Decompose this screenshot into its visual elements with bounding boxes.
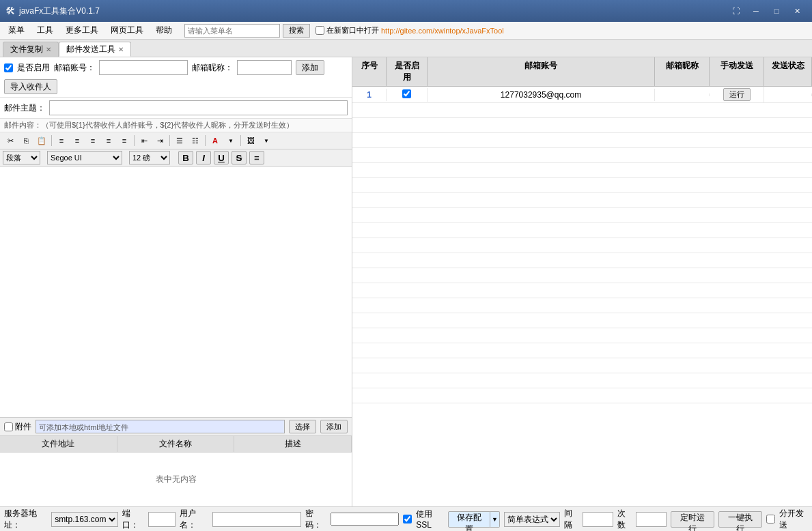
search-area: 搜索 xyxy=(184,24,310,38)
attachment-checkbox[interactable] xyxy=(4,422,13,431)
username-input[interactable]: xwintop@163.com xyxy=(212,512,301,527)
image-arrow[interactable]: ▼ xyxy=(259,134,274,147)
align-justify-button[interactable]: ≡ xyxy=(101,134,116,147)
count-input[interactable]: -1 xyxy=(636,512,667,527)
outdent-button[interactable]: ⇤ xyxy=(137,134,152,147)
sep2 xyxy=(134,135,135,146)
recipient-row-empty-5 xyxy=(352,163,812,178)
close-button[interactable]: ✕ xyxy=(787,3,807,18)
enable-checkbox[interactable] xyxy=(4,63,13,72)
menu-item-web-tools[interactable]: 网页工具 xyxy=(105,23,149,38)
tab-file-copy-close[interactable]: ✕ xyxy=(46,46,51,53)
rh-nickname: 邮箱昵称 xyxy=(655,57,710,86)
tab-file-copy-label: 文件复制 xyxy=(10,44,43,55)
font-size-select[interactable]: 12 磅 xyxy=(129,151,170,164)
image-button[interactable]: 🖼 xyxy=(243,134,258,147)
attachment-path-display: 可添加本地或html地址文件 xyxy=(36,420,285,433)
underline-button[interactable]: U xyxy=(214,151,229,164)
email-body-editor[interactable] xyxy=(0,167,352,417)
font-row: 段落 Segoe UI 12 磅 B I U S ≡ xyxy=(0,149,352,167)
recipient-enable-checkbox-1[interactable] xyxy=(402,89,411,98)
split-send-checkbox[interactable] xyxy=(766,515,775,523)
enable-label: 是否启用 xyxy=(17,62,50,74)
bottom-bar: 服务器地址： smtp.163.com 端口： 21 用户名： xwintop@… xyxy=(0,506,812,531)
copy-button[interactable]: ⎘ xyxy=(18,134,33,147)
new-window-checkbox[interactable] xyxy=(316,26,324,35)
menu-item-help[interactable]: 帮助 xyxy=(150,23,178,38)
recipient-row-empty-16 xyxy=(352,328,812,343)
subject-row: 邮件主题： Test Email xyxy=(0,98,352,119)
count-label: 次数 xyxy=(617,508,632,531)
mode-select[interactable]: 简单表达式 xyxy=(504,512,560,527)
search-button[interactable]: 搜索 xyxy=(283,24,310,38)
tab-email-tool[interactable]: 邮件发送工具 ✕ xyxy=(59,42,131,57)
username-label: 用户名： xyxy=(180,508,208,531)
nickname-input[interactable] xyxy=(237,60,292,75)
italic-button[interactable]: I xyxy=(196,151,211,164)
font-family-select[interactable]: Segoe UI xyxy=(47,151,122,164)
password-input[interactable] xyxy=(331,513,399,526)
attachment-add-button[interactable]: 添加 xyxy=(320,420,348,433)
format-extra-button[interactable]: ≡ xyxy=(249,151,264,164)
import-recipients-button[interactable]: 导入收件人 xyxy=(4,79,57,94)
save-dropdown-arrow[interactable]: ▼ xyxy=(490,511,499,528)
rt-status-1 xyxy=(764,94,812,96)
server-label: 服务器地址： xyxy=(4,508,47,531)
email-account-input[interactable]: xwintop@163.com xyxy=(99,60,188,75)
attachment-table-header: 文件地址 文件名称 描述 xyxy=(0,435,352,452)
att-col-name: 文件名称 xyxy=(117,436,235,452)
ssl-checkbox[interactable] xyxy=(403,515,412,523)
add-account-button[interactable]: 添加 xyxy=(296,60,324,75)
minimize-button[interactable]: ─ xyxy=(746,3,766,18)
split-send-label: 分开发送 xyxy=(779,508,808,531)
align-right-button[interactable]: ≡ xyxy=(85,134,100,147)
maximize-button[interactable]: □ xyxy=(767,3,786,18)
cut-button[interactable]: ✂ xyxy=(3,134,18,147)
sep5 xyxy=(240,135,241,146)
rh-email: 邮箱账号 xyxy=(428,57,655,86)
search-input[interactable] xyxy=(184,24,280,38)
strikethrough-button[interactable]: S xyxy=(232,151,247,164)
align-extra-button[interactable]: ≡ xyxy=(117,134,132,147)
attachment-select-button[interactable]: 选择 xyxy=(289,420,316,433)
rh-send-status: 发送状态 xyxy=(764,57,812,86)
rh-seq: 序号 xyxy=(352,57,387,86)
font-color-arrow[interactable]: ▼ xyxy=(223,134,238,147)
main-content: 是否启用 邮箱账号： xwintop@163.com 邮箱昵称： 添加 导入收件… xyxy=(0,57,812,506)
bold-button[interactable]: B xyxy=(178,151,193,164)
save-config-button[interactable]: 保存配置 xyxy=(448,511,490,528)
unordered-list-button[interactable]: ☰ xyxy=(172,134,187,147)
menu-item-tools[interactable]: 工具 xyxy=(31,23,59,38)
sep4 xyxy=(205,135,206,146)
account-label: 邮箱账号： xyxy=(54,62,95,74)
rt-email-1: 1277032935@qq.com xyxy=(428,89,655,101)
menu-item-menu[interactable]: 菜单 xyxy=(3,23,30,38)
run-button-1[interactable]: 运行 xyxy=(723,88,751,101)
interval-input[interactable]: 60 xyxy=(583,512,613,527)
font-color-button[interactable]: A xyxy=(208,134,223,147)
indent-button[interactable]: ⇥ xyxy=(152,134,167,147)
gitee-link[interactable]: http://gitee.com/xwintop/xJavaFxTool xyxy=(381,27,504,35)
new-window-option: 在新窗口中打开 http://gitee.com/xwintop/xJavaFx… xyxy=(316,25,504,35)
paste-button[interactable]: 📋 xyxy=(34,134,49,147)
fullscreen-button[interactable]: ⛶ xyxy=(726,3,745,18)
ordered-list-button[interactable]: ☷ xyxy=(188,134,203,147)
align-left-button[interactable]: ≡ xyxy=(54,134,69,147)
server-select[interactable]: smtp.163.com xyxy=(51,512,118,527)
tab-email-tool-label: 邮件发送工具 xyxy=(66,44,115,55)
win-controls: ⛶ ─ □ ✕ xyxy=(726,3,807,18)
tab-file-copy[interactable]: 文件复制 ✕ xyxy=(3,42,59,57)
one-key-button[interactable]: 一键执行 xyxy=(718,511,762,528)
att-col-address: 文件地址 xyxy=(0,436,117,452)
timer-run-button[interactable]: 定时运行 xyxy=(671,511,714,528)
subject-input[interactable]: Test Email xyxy=(49,100,348,115)
tab-email-tool-close[interactable]: ✕ xyxy=(118,46,124,53)
recipient-row-empty-15 xyxy=(352,313,812,328)
content-label: 邮件内容：（可使用${1}代替收件人邮件账号，${2}代替收件人昵称，分开发送时… xyxy=(4,121,294,129)
recipient-row-empty-14 xyxy=(352,298,812,313)
align-center-button[interactable]: ≡ xyxy=(70,134,85,147)
port-input[interactable]: 21 xyxy=(148,512,176,527)
paragraph-style-select[interactable]: 段落 xyxy=(3,151,40,164)
tabs-bar: 文件复制 ✕ 邮件发送工具 ✕ xyxy=(0,40,812,57)
menu-item-more-tools[interactable]: 更多工具 xyxy=(60,23,104,38)
